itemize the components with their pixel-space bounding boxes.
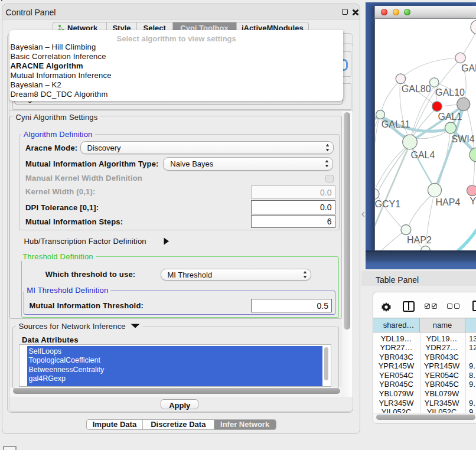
svg-text:GAL10: GAL10 (435, 87, 465, 97)
svg-text:GAL: GAL (461, 63, 476, 73)
svg-text:GAL1: GAL1 (438, 112, 462, 122)
svg-text:HAP4: HAP4 (436, 197, 461, 207)
svg-text:GAL80: GAL80 (402, 84, 431, 94)
svg-text:Y: Y (470, 196, 476, 206)
svg-text:GAL11: GAL11 (382, 119, 410, 129)
svg-text:SWI4: SWI4 (452, 134, 475, 144)
svg-text:GAL4: GAL4 (411, 150, 435, 160)
svg-text:HAP2: HAP2 (407, 235, 432, 245)
svg-text:GCY1: GCY1 (375, 199, 400, 209)
